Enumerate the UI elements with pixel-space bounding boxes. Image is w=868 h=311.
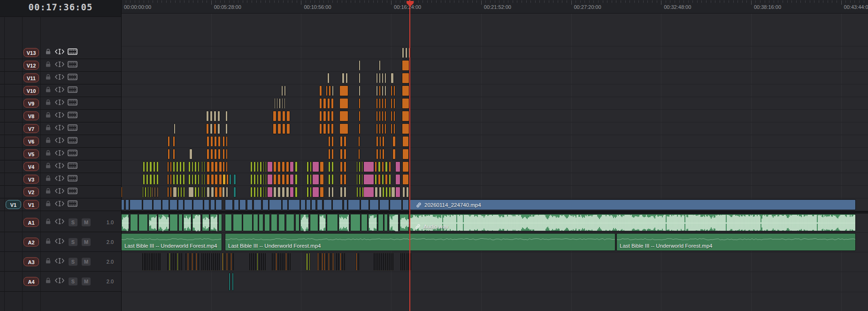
video-clip[interactable] [390,199,402,210]
clip-bar[interactable] [376,73,378,83]
lock-icon[interactable] [45,175,51,183]
audio-clip[interactable] [121,214,129,231]
clip-bar[interactable] [376,111,378,121]
clip-bar[interactable] [280,253,281,271]
clip-bar[interactable] [336,253,337,271]
audio-clip[interactable] [130,214,138,231]
clip-bar[interactable] [217,253,218,271]
clip-bar[interactable] [295,161,298,172]
clip-bar[interactable] [203,253,204,271]
auto-select-icon[interactable] [54,150,65,158]
clip-bar[interactable] [167,253,168,271]
clip-bar[interactable] [173,253,174,271]
auto-select-icon[interactable] [54,188,65,196]
clip-bar[interactable] [310,161,312,172]
clip-bar[interactable] [219,187,222,197]
clip-bar[interactable] [379,136,382,147]
clip-bar[interactable] [180,187,182,197]
clip-bar[interactable] [376,136,378,147]
clip-bar[interactable] [288,253,289,271]
clip-bar[interactable] [207,161,210,172]
clip-bar[interactable] [286,161,289,172]
clip-bar[interactable] [176,174,178,185]
clip-bar[interactable] [183,161,185,172]
clip-bar[interactable] [143,174,145,185]
audio-clip[interactable] [202,214,209,231]
audio-clip[interactable]: Audio.wav [410,214,856,231]
clip-bar[interactable] [395,187,400,197]
clip-bar[interactable] [210,149,213,159]
clip-bar[interactable] [214,123,216,134]
clip-bar[interactable] [179,174,182,185]
clip-bar[interactable] [229,273,230,291]
clip-bar[interactable] [176,161,178,172]
video-clip[interactable] [348,199,360,210]
clip-bar[interactable] [323,98,326,109]
clip-bar[interactable] [389,161,391,172]
lock-icon[interactable] [45,74,51,82]
clip-bar[interactable] [230,253,232,271]
clip-bar[interactable] [149,253,150,271]
clip-bar[interactable] [170,187,172,197]
clip-bar[interactable] [331,187,334,197]
audio-clip[interactable] [158,214,169,231]
clip-bar[interactable] [145,187,146,197]
audio-clip[interactable] [218,214,222,231]
clip-bar[interactable] [377,253,378,271]
timeline-ruler[interactable]: 00:00:00:0000:05:28:0000:10:56:0000:16:2… [121,0,868,14]
audio-clip[interactable] [389,214,399,231]
clip-bar[interactable] [263,174,264,185]
clip-bar[interactable] [331,111,334,121]
auto-select-icon[interactable] [54,112,65,120]
clip-bar[interactable] [207,136,209,147]
clip-bar[interactable] [209,253,210,271]
clip-bar[interactable] [361,174,363,185]
clip-bar[interactable] [379,187,382,197]
clip-bar[interactable] [250,187,253,197]
clip-bar[interactable] [340,187,343,197]
video-clip[interactable] [215,199,222,210]
clip-bar[interactable] [213,253,214,271]
clip-bar[interactable] [384,85,386,96]
video-clip[interactable] [184,199,192,210]
clip-bar[interactable] [395,174,400,185]
audio-clip[interactable] [183,214,192,231]
clip-bar[interactable] [257,174,259,185]
clip-bar[interactable] [253,161,256,172]
clip-bar[interactable] [282,98,283,109]
clip-bar[interactable] [402,174,409,185]
auto-select-icon[interactable] [54,61,65,69]
clip-bar[interactable] [392,136,396,147]
clip-bar[interactable] [382,136,384,147]
clip-bar[interactable] [226,161,228,172]
audio-clip[interactable] [253,214,258,231]
clip-bar[interactable] [173,161,175,172]
audio-clip[interactable] [278,214,285,231]
clip-bar[interactable] [400,253,401,271]
track-badge[interactable]: V9 [23,99,39,108]
clip-bar[interactable] [263,253,264,271]
video-clip[interactable] [262,199,269,210]
lock-icon[interactable] [45,124,51,133]
audio-clip[interactable] [327,214,338,231]
video-clip[interactable] [125,199,129,210]
clip-bar[interactable] [210,111,213,121]
clip-bar[interactable] [346,73,348,83]
clip-bar[interactable] [286,174,289,185]
video-clip[interactable]: 20260114_224740.mp4 [410,199,856,210]
clip-bar[interactable] [190,253,191,271]
clip-bar[interactable] [222,253,223,271]
clip-bar[interactable] [233,187,236,197]
clip-bar[interactable] [356,253,357,271]
clip-bar[interactable] [382,149,384,159]
audio-clip[interactable]: Last Bible III -- Underworld Forest.mp4 [616,233,856,251]
clip-bar[interactable] [320,253,321,271]
clip-bar[interactable] [277,174,281,185]
clip-bar[interactable] [378,161,380,172]
mute-button[interactable]: M [82,238,91,246]
clip-bar[interactable] [290,187,294,197]
clip-bar[interactable] [359,161,360,172]
clip-bar[interactable] [286,187,289,197]
clip-bar[interactable] [310,174,312,185]
clip-bar[interactable] [359,123,361,134]
